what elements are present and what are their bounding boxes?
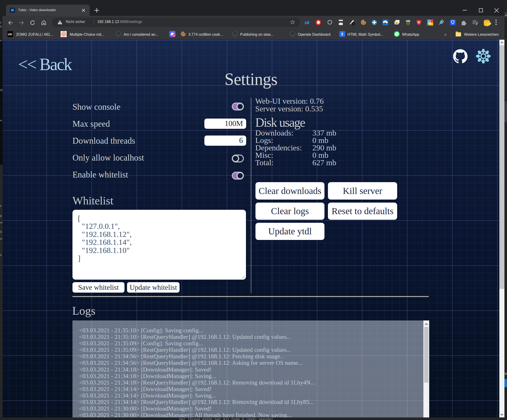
svg-text:3: 3 [174, 34, 175, 37]
svg-text:a: a [384, 21, 386, 24]
svg-text:sk: sk [304, 20, 310, 25]
svg-text:z0r: z0r [8, 33, 12, 36]
